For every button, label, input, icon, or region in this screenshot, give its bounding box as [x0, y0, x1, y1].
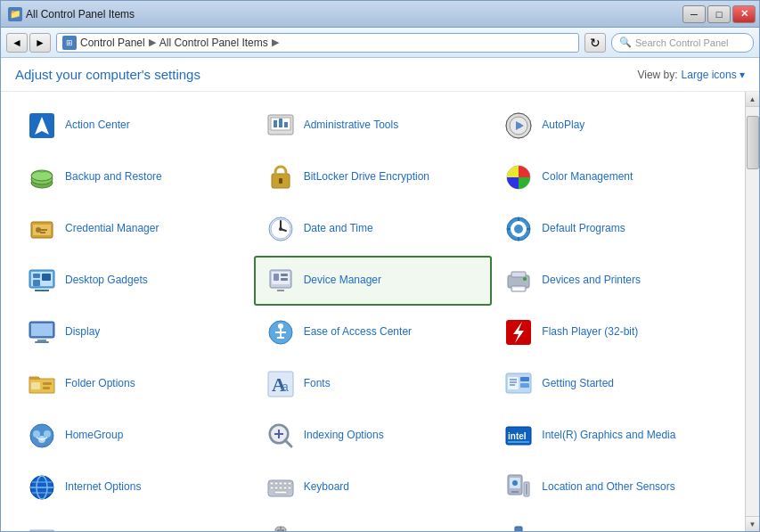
list-item[interactable]: Location and Other Sensors — [492, 462, 731, 512]
scroll-track — [746, 107, 759, 516]
list-item[interactable]: Network and Sharing Center — [492, 514, 731, 531]
svg-rect-36 — [33, 280, 40, 286]
list-item[interactable]: Indexing Options — [254, 411, 493, 461]
devices-printers-icon — [503, 265, 535, 297]
svg-rect-62 — [43, 382, 52, 385]
window-controls: ─ □ ✕ — [682, 5, 756, 23]
mouse-icon — [265, 523, 297, 531]
keyboard-label: Keyboard — [304, 480, 349, 495]
list-item[interactable]: Administrative Tools — [254, 101, 493, 151]
svg-rect-98 — [274, 487, 278, 489]
main-area: Adjust your computer's settings View by:… — [1, 58, 759, 531]
svg-rect-97 — [270, 487, 274, 489]
action-center-label: Action Center — [65, 119, 130, 133]
search-box[interactable]: 🔍 Search Control Panel — [611, 33, 754, 53]
svg-rect-42 — [281, 278, 288, 281]
internet-options-icon — [26, 471, 58, 503]
list-item[interactable]: Mouse — [254, 514, 493, 531]
path-sep-1: ▶ — [149, 37, 156, 48]
close-button[interactable]: ✕ — [732, 5, 756, 23]
flash-player-label: Flash Player (32-bit) — [542, 325, 638, 340]
intel-graphics-icon: intel — [503, 420, 535, 452]
title-bar-text: All Control Panel Items — [26, 8, 135, 20]
svg-rect-17 — [279, 178, 282, 184]
list-item[interactable]: Flash Player (32-bit) — [492, 307, 731, 357]
color-mgmt-icon — [503, 161, 535, 193]
svg-rect-95 — [283, 482, 287, 485]
view-by-value[interactable]: Large icons ▾ — [682, 69, 745, 81]
scroll-thumb[interactable] — [747, 116, 759, 169]
list-item[interactable]: Device Manager — [254, 256, 493, 306]
refresh-button[interactable]: ↻ — [584, 33, 606, 53]
scroll-down-button[interactable]: ▼ — [746, 516, 760, 531]
minimize-button[interactable]: ─ — [682, 5, 706, 23]
list-item[interactable]: Credential Manager — [15, 204, 254, 254]
forward-button[interactable]: ► — [29, 33, 51, 53]
list-item[interactable]: Internet Options — [15, 462, 254, 512]
location-sensors-icon — [503, 471, 535, 503]
window-icon: 📁 — [8, 7, 22, 21]
list-item[interactable]: Folder Options — [15, 359, 254, 409]
backup-restore-icon — [26, 161, 58, 193]
svg-rect-102 — [274, 491, 287, 494]
scroll-up-button[interactable]: ▲ — [746, 92, 760, 107]
list-item[interactable]: Aa Fonts — [254, 359, 493, 409]
svg-rect-99 — [279, 487, 282, 489]
list-item[interactable]: Mail (32-bit) — [15, 514, 254, 531]
list-item[interactable]: Action Center — [15, 101, 254, 151]
search-placeholder: Search Control Panel — [635, 37, 729, 48]
svg-rect-47 — [513, 288, 524, 291]
svg-rect-52 — [35, 341, 49, 343]
maximize-button[interactable]: □ — [707, 5, 731, 23]
credential-mgr-label: Credential Manager — [65, 222, 159, 236]
list-item[interactable]: Getting Started — [492, 359, 731, 409]
view-by-control: View by: Large icons ▾ — [637, 69, 745, 81]
list-item[interactable]: intel Intel(R) Graphics and Media — [492, 411, 731, 461]
svg-rect-92 — [270, 482, 274, 485]
flash-player-icon — [503, 316, 535, 348]
keyboard-icon — [265, 471, 297, 503]
list-item[interactable]: Date and Time — [254, 204, 493, 254]
svg-point-31 — [514, 225, 523, 233]
list-item[interactable]: Display — [15, 307, 254, 357]
internet-options-label: Internet Options — [65, 480, 141, 495]
svg-rect-61 — [31, 382, 40, 389]
date-time-icon — [265, 213, 297, 245]
getting-started-label: Getting Started — [542, 377, 614, 391]
list-item[interactable]: Ease of Access Center — [254, 307, 493, 357]
fonts-icon: Aa — [265, 368, 297, 400]
svg-rect-106 — [511, 491, 519, 493]
list-item[interactable]: Keyboard — [254, 462, 493, 512]
title-bar: 📁 All Control Panel Items ─ □ ✕ — [1, 1, 759, 28]
color-mgmt-label: Color Management — [542, 170, 633, 184]
title-bar-left: 📁 All Control Panel Items — [8, 7, 135, 21]
content-wrapper: Action Center Administrative Tools — [1, 92, 759, 531]
mail-icon — [26, 523, 58, 531]
list-item[interactable]: Backup and Restore — [15, 152, 254, 202]
list-item[interactable]: Default Programs — [492, 204, 731, 254]
svg-rect-93 — [274, 482, 278, 485]
list-item[interactable]: Devices and Printers — [492, 256, 731, 306]
homegroup-label: HomeGroup — [65, 429, 123, 443]
address-bar: ◄ ► ⊞ Control Panel ▶ All Control Panel … — [1, 28, 759, 58]
back-button[interactable]: ◄ — [6, 33, 28, 53]
list-item[interactable]: AutoPlay — [492, 101, 731, 151]
svg-rect-22 — [40, 229, 47, 231]
svg-point-54 — [278, 323, 283, 329]
address-path[interactable]: ⊞ Control Panel ▶ All Control Panel Item… — [56, 33, 579, 53]
list-item[interactable]: Desktop Gadgets — [15, 256, 254, 306]
folder-options-icon — [26, 368, 58, 400]
svg-rect-41 — [281, 274, 288, 276]
svg-text:intel: intel — [508, 431, 527, 441]
list-item[interactable]: BitLocker Drive Encryption — [254, 152, 493, 202]
autoplay-icon — [503, 110, 535, 142]
list-item[interactable]: Color Management — [492, 152, 731, 202]
view-by-label: View by: — [637, 69, 677, 81]
display-label: Display — [65, 325, 100, 340]
default-programs-label: Default Programs — [542, 222, 625, 236]
svg-line-82 — [285, 440, 291, 446]
svg-point-48 — [523, 277, 527, 281]
location-sensors-label: Location and Other Sensors — [542, 480, 674, 495]
desktop-gadgets-label: Desktop Gadgets — [65, 274, 148, 288]
list-item[interactable]: HomeGroup — [15, 411, 254, 461]
